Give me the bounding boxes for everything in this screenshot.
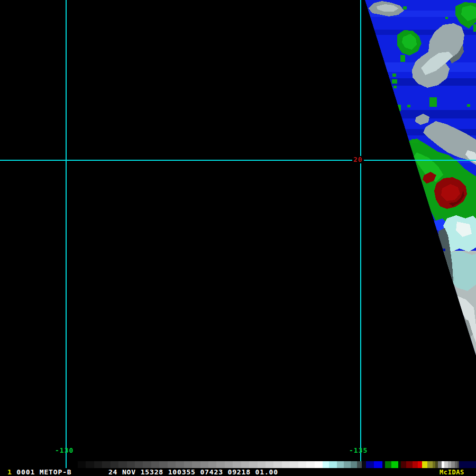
colorbar-segment bbox=[200, 461, 209, 469]
latitude-gridline-20n bbox=[0, 160, 476, 161]
image-info-line: 1 0001 METOP-B 24 NOV 15328 100355 07423… bbox=[7, 469, 278, 476]
colorbar-segment bbox=[78, 461, 86, 469]
green-speck bbox=[411, 139, 418, 143]
green-speck bbox=[393, 86, 397, 88]
longitude-label-135w: -135 bbox=[349, 447, 368, 454]
colorbar-segment bbox=[422, 461, 427, 469]
colorbar-segment bbox=[374, 461, 382, 469]
colorbar-segment bbox=[102, 461, 111, 469]
green-speck bbox=[473, 24, 476, 32]
colorbar-segment bbox=[94, 461, 103, 469]
colorbar-segment bbox=[290, 461, 298, 469]
colorbar-segment bbox=[366, 461, 374, 469]
colorbar-segment bbox=[151, 461, 160, 469]
colorbar-segment bbox=[184, 461, 193, 469]
colorbar-segment bbox=[266, 461, 274, 469]
satellite-swath-image[interactable] bbox=[0, 0, 476, 476]
colorbar-segment bbox=[127, 461, 135, 469]
colorbar-segment bbox=[159, 461, 168, 469]
green-speck bbox=[407, 105, 410, 107]
colorbar-segment bbox=[208, 461, 217, 469]
colorbar-segment bbox=[413, 461, 418, 469]
green-speck bbox=[429, 97, 437, 107]
green-speck bbox=[392, 79, 397, 84]
colorbar-segment bbox=[351, 461, 357, 469]
colorbar-segment bbox=[362, 461, 366, 469]
colorbar-segment bbox=[241, 461, 250, 469]
colorbar-segment bbox=[143, 461, 151, 469]
green-speck bbox=[403, 6, 407, 10]
colorbar-segment bbox=[385, 461, 391, 469]
colorbar-segment bbox=[357, 461, 362, 469]
colorbar-segment bbox=[337, 461, 344, 469]
colorbar-segment bbox=[258, 461, 266, 469]
colorbar-segment bbox=[329, 461, 337, 469]
colorbar-segment bbox=[192, 461, 200, 469]
green-speck bbox=[392, 74, 396, 77]
colorbar-segment bbox=[135, 461, 143, 469]
green-speck bbox=[400, 55, 405, 62]
colorbar-segment bbox=[233, 461, 241, 469]
green-speck bbox=[396, 105, 401, 111]
colorbar-segment bbox=[225, 461, 233, 469]
longitude-label-130w: -130 bbox=[55, 447, 74, 454]
colorbar-segment bbox=[86, 461, 94, 469]
colorbar-segment bbox=[216, 461, 225, 469]
colorbar-segment bbox=[323, 461, 329, 469]
colorbar-segment bbox=[438, 461, 442, 469]
colorbar-segment bbox=[273, 461, 282, 469]
frame-number: 1 bbox=[7, 468, 12, 476]
colorbar-segment bbox=[344, 461, 351, 469]
colorbar-segment bbox=[391, 461, 398, 469]
status-bar: 1 0001 METOP-B 24 NOV 15328 100355 07423… bbox=[0, 468, 476, 476]
colorbar-segment bbox=[406, 461, 413, 469]
colorbar-segment bbox=[298, 461, 307, 469]
green-speck bbox=[420, 214, 425, 218]
mcidas-brand-label: McIDAS bbox=[440, 469, 464, 476]
navy-speck bbox=[442, 249, 445, 251]
latitude-label: 20 bbox=[352, 156, 364, 163]
colorbar-segment bbox=[315, 461, 323, 469]
colorbar-segment bbox=[427, 461, 433, 469]
longitude-gridline-130w bbox=[66, 0, 67, 469]
green-speck bbox=[445, 17, 448, 19]
mcidas-image-display[interactable]: 20 -130 -135 1 0001 METOP-B 24 NOV 15328… bbox=[0, 0, 476, 476]
colorbar-segment bbox=[459, 461, 476, 469]
navy-speck bbox=[433, 235, 435, 237]
green-speck bbox=[467, 104, 470, 107]
colorbar-segment bbox=[118, 461, 127, 469]
colorbar-segment bbox=[111, 461, 119, 469]
enhancement-colorbar bbox=[0, 461, 476, 469]
colorbar-segment bbox=[176, 461, 184, 469]
colorbar-segment bbox=[401, 461, 406, 469]
longitude-gridline-135w bbox=[360, 0, 361, 469]
colorbar-segment bbox=[306, 461, 315, 469]
colorbar-segment bbox=[451, 461, 455, 469]
image-info-text: 0001 METOP-B 24 NOV 15328 100355 07423 0… bbox=[12, 468, 278, 476]
colorbar-segment bbox=[282, 461, 290, 469]
colorbar-segment bbox=[168, 461, 176, 469]
colorbar-segment bbox=[249, 461, 258, 469]
colorbar-segment bbox=[444, 461, 448, 469]
colorbar-segment bbox=[418, 461, 422, 469]
